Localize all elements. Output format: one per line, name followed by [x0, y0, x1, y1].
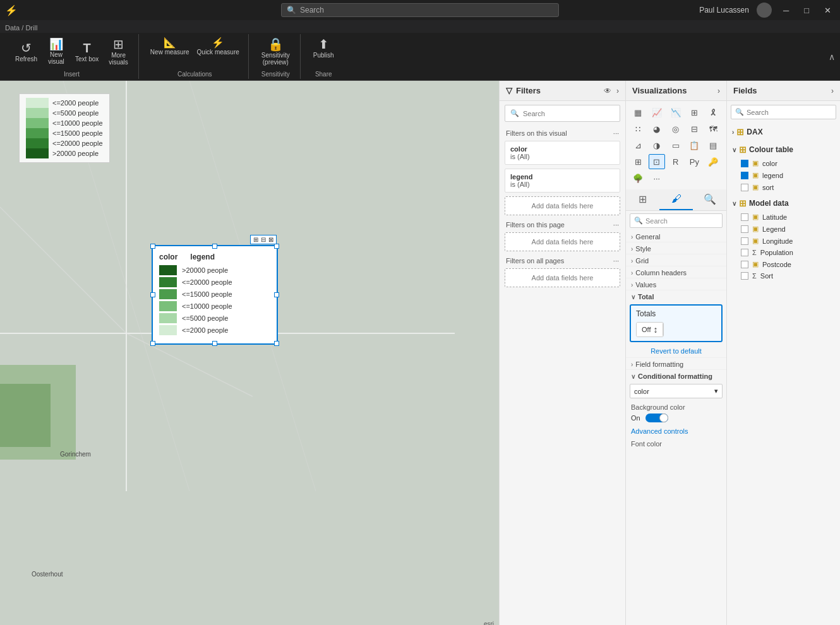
- field-item-longitude[interactable]: ▣ Longitude: [727, 235, 840, 247]
- viz-icon-python[interactable]: Py: [686, 154, 702, 169]
- resize-handle-br[interactable]: [274, 341, 279, 346]
- field-group-dax-header[interactable]: › ⊞ DAX: [727, 124, 840, 140]
- field-group-colour-table-header[interactable]: ∨ ⊞ Colour table: [727, 142, 840, 157]
- viz-section-total[interactable]: ∨ Total: [626, 290, 726, 302]
- model-data-expand-icon: ∨: [732, 200, 736, 207]
- ribbon-btn-new-measure[interactable]: 📐 New measure: [148, 35, 192, 57]
- filter-card-legend[interactable]: legend is (All): [505, 169, 620, 193]
- viz-icon-combo[interactable]: ⊞: [686, 105, 702, 120]
- conditional-formatting-dropdown[interactable]: color ▾: [630, 384, 723, 398]
- minimize-button[interactable]: ─: [779, 6, 793, 15]
- legend-widget[interactable]: ⊞ ⊟ ⊠ color legend >20000 people<=20000 …: [152, 245, 278, 345]
- viz-icon-funnel[interactable]: ⊿: [630, 138, 646, 153]
- viz-search-box[interactable]: 🔍 Search: [630, 213, 723, 228]
- ribbon-btn-new-visual[interactable]: 📊 Newvisual: [44, 36, 69, 68]
- field-item-postcode[interactable]: ▣ Postcode: [727, 258, 840, 270]
- viz-section-general[interactable]: › General: [626, 230, 726, 242]
- ribbon-collapse-button[interactable]: ∧: [829, 34, 835, 79]
- viz-icon-treemap[interactable]: ⊟: [686, 121, 702, 136]
- close-button[interactable]: ✕: [820, 6, 835, 15]
- widget-grid-icon[interactable]: ⊟: [261, 236, 266, 243]
- filters-search-input[interactable]: [523, 110, 615, 117]
- viz-section-field-formatting[interactable]: › Field formatting: [626, 357, 726, 369]
- totals-toggle[interactable]: Off ↕: [636, 322, 664, 337]
- ribbon-btn-more-visuals[interactable]: ⊞ Morevisuals: [105, 35, 132, 68]
- fields-search-input[interactable]: [747, 109, 832, 116]
- viz-tab-analytics[interactable]: 🔍: [693, 189, 726, 210]
- viz-section-conditional-formatting[interactable]: ∨ Conditional formatting: [626, 369, 726, 381]
- quick-measure-icon: ⚡: [212, 37, 224, 49]
- fields-search-box[interactable]: 🔍: [731, 105, 836, 119]
- restore-button[interactable]: □: [800, 6, 813, 15]
- filters-add-all-fields[interactable]: Add data fields here: [505, 268, 620, 287]
- resize-handle-tl[interactable]: [150, 244, 155, 249]
- viz-icon-bar[interactable]: ▦: [630, 105, 646, 120]
- ribbon-btn-publish[interactable]: ⬆ Publish: [309, 35, 338, 61]
- viz-section-values[interactable]: › Values: [626, 278, 726, 290]
- viz-icon-table[interactable]: ⊞: [630, 154, 646, 169]
- resize-handle-right[interactable]: [274, 292, 279, 297]
- viz-icon-key-influencer[interactable]: 🔑: [705, 154, 721, 169]
- ribbon-btn-refresh[interactable]: ↺ Refresh: [11, 39, 41, 65]
- filters-search-box[interactable]: 🔍: [505, 105, 620, 122]
- ribbon-btn-quick-measure[interactable]: ⚡ Quick measure: [195, 35, 242, 57]
- viz-icon-ribbon[interactable]: 🎗: [705, 105, 721, 120]
- filter-expand-icon[interactable]: ›: [616, 86, 619, 95]
- resize-handle-bl[interactable]: [150, 341, 155, 346]
- filters-add-page-fields[interactable]: Add data fields here: [505, 232, 620, 251]
- ribbon-btn-text-box[interactable]: T Text box: [71, 39, 102, 65]
- viz-section-style-label: Style: [635, 245, 651, 253]
- viz-tab-fields[interactable]: ⊞: [626, 189, 659, 210]
- widget-expand-icon[interactable]: ⊞: [253, 236, 258, 243]
- ribbon-btn-sensitivity[interactable]: 🔒 Sensitivity(preview): [258, 35, 294, 68]
- filters-all-pages-more[interactable]: ···: [613, 257, 619, 265]
- filters-add-visual-fields[interactable]: Add data fields here: [505, 196, 620, 215]
- field-item-population[interactable]: Σ Population: [727, 247, 840, 258]
- viz-icon-r[interactable]: R: [668, 154, 684, 169]
- resize-handle-bottom[interactable]: [212, 341, 217, 346]
- viz-icon-map[interactable]: 🗺: [705, 121, 721, 136]
- field-item-sort2[interactable]: Σ Sort: [727, 270, 840, 282]
- filter-eye-icon[interactable]: 👁: [604, 86, 611, 95]
- viz-icon-matrix[interactable]: ⊡: [649, 154, 665, 169]
- filters-on-page-more[interactable]: ···: [613, 221, 619, 229]
- resize-handle-top[interactable]: [212, 244, 217, 249]
- viz-icon-donut[interactable]: ◎: [668, 121, 684, 136]
- advanced-controls-link[interactable]: Advanced controls: [626, 425, 726, 437]
- field-item-legend2[interactable]: ▣ Legend: [727, 223, 840, 235]
- filters-on-visual-more[interactable]: ···: [613, 129, 619, 137]
- viz-icon-area[interactable]: 📉: [668, 105, 684, 120]
- viz-expand-icon[interactable]: ›: [717, 86, 720, 95]
- viz-search-placeholder: Search: [645, 217, 668, 225]
- viz-icon-card[interactable]: ▭: [668, 138, 684, 153]
- viz-icon-decomp[interactable]: 🌳: [630, 170, 646, 186]
- resize-handle-tr[interactable]: [274, 244, 279, 249]
- more-visuals-icon: ⊞: [113, 38, 124, 51]
- titlebar-search-box[interactable]: 🔍 Search: [281, 3, 559, 17]
- resize-handle-left[interactable]: [150, 292, 155, 297]
- viz-icon-gauge[interactable]: ◑: [649, 138, 665, 153]
- viz-icon-line[interactable]: 📈: [649, 105, 665, 120]
- viz-icon-scatter[interactable]: ∷: [630, 121, 646, 136]
- field-item-color[interactable]: ▣ color: [727, 157, 840, 169]
- totals-toggle-off[interactable]: Off ↕: [637, 323, 663, 336]
- filter-card-color[interactable]: color is (All): [505, 141, 620, 165]
- viz-title-text: Visualizations: [632, 86, 687, 95]
- viz-section-style[interactable]: › Style: [626, 242, 726, 254]
- bg-color-toggle[interactable]: [645, 414, 668, 422]
- viz-icon-kpi[interactable]: 📋: [686, 138, 702, 153]
- viz-section-col-headers[interactable]: › Column headers: [626, 266, 726, 278]
- viz-icon-pie[interactable]: ◕: [649, 121, 665, 136]
- field-item-legend[interactable]: ▣ legend: [727, 169, 840, 181]
- viz-tab-format[interactable]: 🖌: [659, 189, 693, 210]
- revert-default-link[interactable]: Revert to default: [626, 345, 726, 357]
- field-item-latitude[interactable]: ▣ Latitude: [727, 211, 840, 223]
- viz-section-grid[interactable]: › Grid: [626, 254, 726, 266]
- widget-layout-icon[interactable]: ⊠: [268, 236, 273, 243]
- viz-icon-slicer[interactable]: ▤: [705, 138, 721, 153]
- field-group-model-data-header[interactable]: ∨ ⊞ Model data: [727, 196, 840, 211]
- values-chevron: ›: [631, 282, 633, 289]
- viz-icon-more[interactable]: ···: [649, 170, 665, 186]
- fields-expand-icon[interactable]: ›: [831, 86, 834, 95]
- field-item-sort[interactable]: ▣ sort: [727, 181, 840, 193]
